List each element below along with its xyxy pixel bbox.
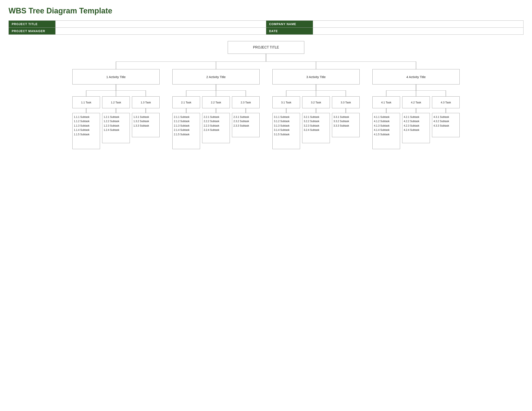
connector-vertical	[146, 108, 146, 113]
task-group-1.3: 1.3 Task1.3.1 Subtask1.3.2 Subtask1.3.3 …	[132, 96, 160, 137]
subtask-label: 3.3.1 Subtask	[333, 115, 349, 119]
task-box-3.2[interactable]: 3.2 Task	[302, 96, 330, 108]
subtask-label: 4.3.3 Subtask	[434, 124, 449, 128]
task-box-3.1[interactable]: 3.1 Task	[272, 96, 300, 108]
task-box-1.1[interactable]: 1.1 Task	[72, 96, 100, 108]
subtask-label: 4.3.1 Subtask	[434, 115, 449, 119]
connector-vertical	[216, 84, 216, 90]
subtask-box-4.2[interactable]: 4.2.1 Subtask4.2.2 Subtask4.2.3 Subtask4…	[402, 113, 430, 143]
subtask-label: 2.1.5 Subtask	[174, 132, 190, 137]
task-group-4.3: 4.3 Task4.3.1 Subtask4.3.2 Subtask4.3.3 …	[432, 96, 460, 137]
activity-box-3[interactable]: 3 Activity Title	[272, 69, 360, 84]
connector-vertical	[86, 108, 86, 113]
subtask-box-1.1[interactable]: 1.1.1 Subtask1.1.2 Subtask1.1.3 Subtask1…	[72, 113, 100, 149]
activity-group-2: 2 Activity Title2.1 Task2.1.1 Subtask2.1…	[172, 69, 260, 149]
subtask-box-2.2[interactable]: 2.2.1 Subtask2.2.2 Subtask2.2.3 Subtask2…	[202, 113, 230, 143]
subtask-box-4.1[interactable]: 4.1.1 Subtask4.1.2 Subtask4.1.3 Subtask4…	[372, 113, 400, 149]
task-branch-connector-4	[372, 90, 460, 96]
subtask-label: 1.2.1 Subtask	[104, 115, 119, 119]
activity-box-1[interactable]: 1 Activity Title	[72, 69, 160, 84]
task-box-2.1[interactable]: 2.1 Task	[172, 96, 200, 108]
project-title-value[interactable]	[56, 21, 266, 28]
subtask-label: 2.1.1 Subtask	[174, 115, 190, 119]
wbs-diagram: PROJECT TITLE1 Activity Title1.1 Task1.1…	[9, 41, 523, 149]
task-box-1.2[interactable]: 1.2 Task	[102, 96, 130, 108]
connector-vertical	[286, 108, 286, 113]
subtask-label: 1.1.2 Subtask	[74, 119, 89, 123]
task-group-3.2: 3.2 Task3.2.1 Subtask3.2.2 Subtask3.2.3 …	[302, 96, 330, 143]
subtask-label: 1.2.4 Subtask	[104, 128, 119, 132]
connector-vertical	[316, 84, 316, 90]
subtask-label: 3.2.2 Subtask	[304, 119, 319, 123]
activity-box-4[interactable]: 4 Activity Title	[372, 69, 460, 84]
company-name-value[interactable]	[313, 21, 523, 28]
subtask-box-3.3[interactable]: 3.3.1 Subtask3.3.2 Subtask3.3.3 Subtask	[332, 113, 360, 137]
subtask-label: 2.2.4 Subtask	[204, 128, 219, 132]
subtask-label: 3.1.5 Subtask	[274, 132, 289, 137]
subtask-label: 2.3.1 Subtask	[233, 115, 249, 119]
subtask-label: 4.1.5 Subtask	[374, 132, 390, 137]
subtask-label: 2.2.2 Subtask	[204, 119, 219, 123]
connector-vertical	[416, 108, 416, 113]
activity-group-3: 3 Activity Title3.1 Task3.1.1 Subtask3.1…	[272, 69, 360, 149]
connector-vertical	[116, 84, 116, 90]
subtask-box-3.1[interactable]: 3.1.1 Subtask3.1.2 Subtask3.1.3 Subtask3…	[272, 113, 300, 149]
subtask-label: 4.2.1 Subtask	[404, 115, 419, 119]
task-box-4.1[interactable]: 4.1 Task	[372, 96, 400, 108]
task-branch-connector-2	[172, 90, 260, 96]
task-box-4.3[interactable]: 4.3 Task	[432, 96, 460, 108]
subtask-box-4.3[interactable]: 4.3.1 Subtask4.3.2 Subtask4.3.3 Subtask	[432, 113, 460, 137]
root-box[interactable]: PROJECT TITLE	[228, 41, 304, 54]
task-group-4.2: 4.2 Task4.2.1 Subtask4.2.2 Subtask4.2.3 …	[402, 96, 430, 143]
subtask-label: 1.1.4 Subtask	[74, 128, 89, 132]
connector-vertical	[386, 108, 386, 113]
subtask-label: 4.1.2 Subtask	[374, 119, 390, 123]
subtask-label: 2.2.3 Subtask	[204, 124, 219, 128]
subtask-box-2.1[interactable]: 2.1.1 Subtask2.1.2 Subtask2.1.3 Subtask2…	[172, 113, 200, 149]
subtask-label: 2.1.3 Subtask	[174, 124, 190, 128]
subtask-label: 4.1.1 Subtask	[374, 115, 390, 119]
project-manager-value[interactable]	[56, 28, 266, 35]
subtask-box-1.3[interactable]: 1.3.1 Subtask1.3.2 Subtask1.3.3 Subtask	[132, 113, 160, 137]
subtask-label: 1.3.3 Subtask	[133, 124, 149, 128]
project-manager-label: PROJECT MANAGER	[9, 28, 56, 35]
connector-vertical	[416, 84, 416, 90]
task-group-4.1: 4.1 Task4.1.1 Subtask4.1.2 Subtask4.1.3 …	[372, 96, 400, 149]
subtask-box-3.2[interactable]: 3.2.1 Subtask3.2.2 Subtask3.2.3 Subtask3…	[302, 113, 330, 143]
info-table: PROJECT TITLE COMPANY NAME PROJECT MANAG…	[9, 20, 523, 35]
connector-vertical	[116, 108, 116, 113]
date-value[interactable]	[313, 28, 523, 35]
subtask-label: 1.2.3 Subtask	[104, 124, 119, 128]
task-box-4.2[interactable]: 4.2 Task	[402, 96, 430, 108]
activity-group-1: 1 Activity Title1.1 Task1.1.1 Subtask1.1…	[72, 69, 160, 149]
task-branch-connector-1	[72, 90, 160, 96]
task-group-2.1: 2.1 Task2.1.1 Subtask2.1.2 Subtask2.1.3 …	[172, 96, 200, 149]
connector-vertical	[316, 108, 316, 113]
activity-box-2[interactable]: 2 Activity Title	[172, 69, 260, 84]
subtask-label: 3.2.1 Subtask	[304, 115, 319, 119]
company-name-label: COMPANY NAME	[266, 21, 313, 28]
connector-vertical	[186, 108, 186, 113]
date-label: DATE	[266, 28, 313, 35]
subtask-box-1.2[interactable]: 1.2.1 Subtask1.2.2 Subtask1.2.3 Subtask1…	[102, 113, 130, 143]
subtask-label: 3.1.3 Subtask	[274, 124, 289, 128]
task-box-3.3[interactable]: 3.3 Task	[332, 96, 360, 108]
connector-vertical	[216, 108, 216, 113]
subtask-label: 3.3.3 Subtask	[333, 124, 349, 128]
subtask-label: 3.1.2 Subtask	[274, 119, 289, 123]
subtask-label: 1.3.2 Subtask	[133, 119, 149, 123]
task-box-2.3[interactable]: 2.3 Task	[232, 96, 260, 108]
subtask-label: 3.2.4 Subtask	[304, 128, 319, 132]
subtask-label: 1.1.1 Subtask	[74, 115, 89, 119]
task-box-2.2[interactable]: 2.2 Task	[202, 96, 230, 108]
task-box-1.3[interactable]: 1.3 Task	[132, 96, 160, 108]
project-title-label: PROJECT TITLE	[9, 21, 56, 28]
connector-vertical	[446, 108, 446, 113]
task-group-1.2: 1.2 Task1.2.1 Subtask1.2.2 Subtask1.2.3 …	[102, 96, 130, 143]
subtask-label: 2.3.3 Subtask	[233, 124, 249, 128]
task-branch-connector-3	[272, 90, 360, 96]
page-title: WBS Tree Diagram Template	[9, 6, 523, 15]
subtask-label: 4.2.3 Subtask	[404, 124, 419, 128]
task-group-2.2: 2.2 Task2.2.1 Subtask2.2.2 Subtask2.2.3 …	[202, 96, 230, 143]
subtask-box-2.3[interactable]: 2.3.1 Subtask2.3.2 Subtask2.3.3 Subtask	[232, 113, 260, 137]
